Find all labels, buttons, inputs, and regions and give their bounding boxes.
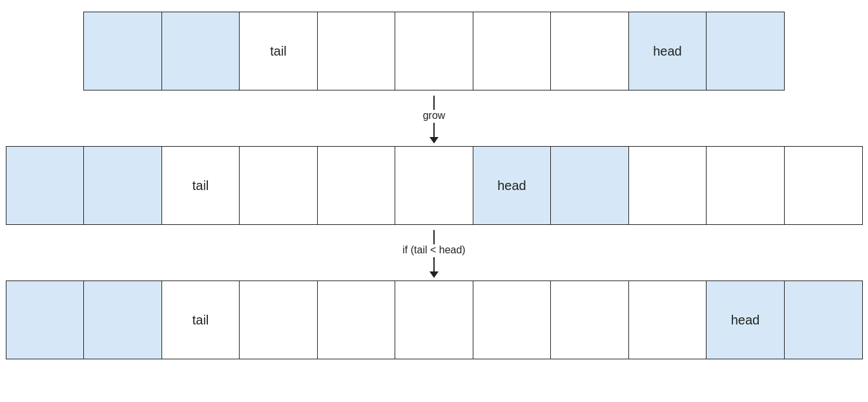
diagram-container: tailhead grow tailhead if (tail < head) … — [19, 12, 849, 359]
arrowhead-2 — [429, 271, 439, 278]
cell-r2-c4 — [317, 146, 396, 225]
cell-r3-c3 — [239, 280, 318, 359]
cell-r2-c3 — [239, 146, 318, 225]
cell-r2-c5 — [395, 146, 473, 225]
arrow-line-4 — [433, 257, 435, 271]
cell-r3-c5 — [395, 280, 473, 359]
cell-r2-c2: tail — [161, 146, 240, 225]
arrow-down-2: if (tail < head) — [402, 230, 465, 278]
arrow-down-1: grow — [423, 96, 446, 143]
cell-r2-c10 — [784, 146, 863, 225]
cell-r3-c10 — [784, 280, 863, 359]
cell-r2-c8 — [628, 146, 707, 225]
array-row-1: tailhead — [19, 12, 849, 90]
cell-r1-c1 — [161, 12, 240, 90]
cell-r3-c8 — [628, 280, 707, 359]
cell-r1-c5 — [473, 12, 552, 90]
cell-r1-c4 — [395, 12, 473, 90]
cell-r3-c0 — [6, 280, 85, 359]
cell-r2-c1 — [83, 146, 162, 225]
cell-r2-c0 — [6, 146, 85, 225]
cell-r1-c0 — [83, 12, 162, 90]
cell-r1-c3 — [317, 12, 396, 90]
array-row-2: tailhead — [19, 146, 849, 225]
arrow-grow: grow — [423, 96, 446, 143]
cell-r1-c8 — [706, 12, 785, 90]
cell-r1-c7: head — [628, 12, 707, 90]
arrow-line-2 — [433, 123, 435, 137]
arrow-line-3 — [433, 230, 435, 244]
arrow-label-condition: if (tail < head) — [402, 244, 465, 256]
cell-r3-c9: head — [706, 280, 785, 359]
cell-r2-c7 — [550, 146, 629, 225]
arrowhead-1 — [429, 137, 439, 143]
cell-r3-c7 — [550, 280, 629, 359]
cell-r1-c6 — [550, 12, 629, 90]
cell-r3-c6 — [473, 280, 552, 359]
array-row-3: tailhead — [19, 280, 849, 359]
arrow-condition: if (tail < head) — [402, 230, 465, 278]
cell-r3-c2: tail — [161, 280, 240, 359]
arrow-label-grow: grow — [423, 110, 446, 122]
cell-r1-c2: tail — [239, 12, 318, 90]
cell-r3-c4 — [317, 280, 396, 359]
cell-r3-c1 — [83, 280, 162, 359]
cell-r2-c6: head — [473, 146, 552, 225]
arrow-line-1 — [433, 96, 435, 110]
cell-r2-c9 — [706, 146, 785, 225]
